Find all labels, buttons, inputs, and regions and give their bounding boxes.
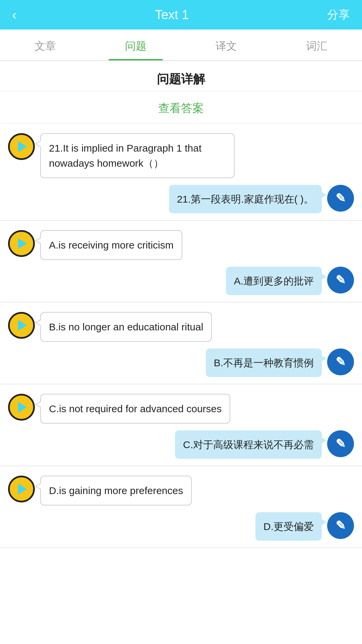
user-avatar-a: ✎	[327, 267, 354, 293]
header-title: Text 1	[155, 8, 189, 22]
user-avatar-b: ✎	[327, 348, 354, 375]
user-bubble-optA: A.遭到更多的批评	[226, 267, 322, 295]
user-message-optB: B.不再是一种教育惯例 ✎	[8, 348, 354, 377]
user-message-optD: D.更受偏爱 ✎	[8, 512, 354, 541]
section-title: 问题详解	[0, 61, 362, 91]
tab-translation[interactable]: 译文	[181, 30, 272, 60]
user-avatar-d: ✎	[327, 512, 354, 539]
bot-message-optD: D.is gaining more preferences	[8, 476, 354, 505]
user-message-q21: 21.第一段表明.家庭作现在( )。 ✎	[8, 185, 354, 213]
chat-section-optB: B.is no longer an educational ritual B.不…	[0, 303, 362, 384]
bot-bubble-optB: B.is no longer an educational ritual	[40, 312, 212, 342]
main-content: 问题详解 查看答案 21.It is implied in Paragraph …	[0, 61, 362, 548]
bot-bubble-optD: D.is gaining more preferences	[40, 476, 192, 505]
bot-bubble-q21: 21.It is implied in Paragraph 1 that now…	[40, 133, 235, 178]
user-bubble-optD: D.更受偏爱	[255, 512, 322, 541]
bot-avatar	[8, 133, 35, 160]
bot-avatar-a	[8, 230, 35, 257]
back-button[interactable]: ‹	[12, 7, 16, 22]
bot-avatar-b	[8, 312, 35, 339]
share-button[interactable]: 分享	[327, 7, 350, 22]
chat-section-optD: D.is gaining more preferences D.更受偏爱 ✎	[0, 466, 362, 548]
chat-section-q21: 21.It is implied in Paragraph 1 that now…	[0, 124, 362, 221]
bot-bubble-optA: A.is receiving more criticism	[40, 230, 182, 260]
user-message-optA: A.遭到更多的批评 ✎	[8, 267, 354, 295]
chat-section-optA: A.is receiving more criticism A.遭到更多的批评 …	[0, 221, 362, 303]
app-header: ‹ Text 1 分享	[0, 0, 362, 30]
tab-vocabulary[interactable]: 词汇	[272, 30, 362, 60]
user-bubble-optB: B.不再是一种教育惯例	[206, 348, 322, 377]
bot-message-optB: B.is no longer an educational ritual	[8, 312, 354, 342]
tab-article[interactable]: 文章	[0, 30, 90, 60]
answer-link[interactable]: 查看答案	[0, 95, 362, 124]
user-avatar-c: ✎	[327, 430, 354, 457]
bot-message-optC: C.is not required for advanced courses	[8, 394, 354, 424]
user-avatar: ✎	[327, 185, 354, 212]
chat-section-optC: C.is not required for advanced courses C…	[0, 384, 362, 466]
tab-questions[interactable]: 问题	[90, 30, 181, 60]
bot-bubble-optC: C.is not required for advanced courses	[40, 394, 230, 424]
user-message-optC: C.对于高级课程来说不再必需 ✎	[8, 430, 354, 459]
user-bubble-optC: C.对于高级课程来说不再必需	[175, 430, 322, 459]
bot-message-optA: A.is receiving more criticism	[8, 230, 354, 260]
tab-bar: 文章 问题 译文 词汇	[0, 30, 362, 61]
bot-message-q21: 21.It is implied in Paragraph 1 that now…	[8, 133, 354, 178]
bot-avatar-c	[8, 394, 35, 421]
bot-avatar-d	[8, 476, 35, 502]
user-bubble-q21: 21.第一段表明.家庭作现在( )。	[169, 185, 322, 213]
